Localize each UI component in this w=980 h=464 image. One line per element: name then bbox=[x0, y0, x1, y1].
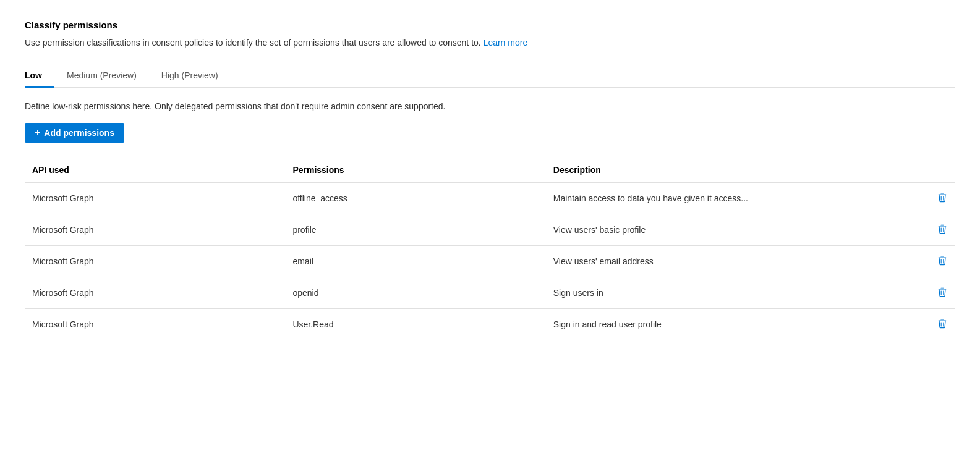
delete-button-3[interactable] bbox=[937, 286, 948, 300]
cell-permission-3: openid bbox=[285, 277, 545, 309]
table-row: Microsoft Graph openid Sign users in bbox=[25, 277, 955, 309]
cell-action-0 bbox=[918, 183, 955, 214]
cell-description-1: View users' basic profile bbox=[546, 214, 918, 246]
cell-description-4: Sign in and read user profile bbox=[546, 309, 918, 340]
trash-icon bbox=[937, 192, 948, 203]
svg-rect-3 bbox=[939, 226, 947, 227]
table-row: Microsoft Graph User.Read Sign in and re… bbox=[25, 309, 955, 340]
add-permissions-label: Add permissions bbox=[44, 128, 114, 138]
trash-icon bbox=[937, 286, 948, 297]
cell-action-2 bbox=[918, 246, 955, 277]
trash-icon bbox=[937, 223, 948, 234]
delete-button-1[interactable] bbox=[937, 223, 948, 237]
cell-description-2: View users' email address bbox=[546, 246, 918, 277]
cell-description-0: Maintain access to data you have given i… bbox=[546, 183, 918, 214]
plus-icon: + bbox=[35, 128, 40, 138]
col-header-description: Description bbox=[546, 160, 918, 183]
trash-icon bbox=[937, 318, 948, 329]
page-title: Classify permissions bbox=[25, 20, 955, 30]
section-description: Define low-risk permissions here. Only d… bbox=[25, 100, 955, 113]
tab-medium[interactable]: Medium (Preview) bbox=[67, 64, 149, 88]
tab-high[interactable]: High (Preview) bbox=[161, 64, 231, 88]
svg-rect-12 bbox=[939, 321, 947, 321]
table-row: Microsoft Graph email View users' email … bbox=[25, 246, 955, 277]
cell-action-1 bbox=[918, 214, 955, 246]
delete-button-0[interactable] bbox=[937, 192, 948, 205]
col-header-action bbox=[918, 160, 955, 183]
cell-api-1: Microsoft Graph bbox=[25, 214, 285, 246]
trash-icon bbox=[937, 255, 948, 266]
table-header-row: API used Permissions Description bbox=[25, 160, 955, 183]
cell-api-3: Microsoft Graph bbox=[25, 277, 285, 309]
cell-api-0: Microsoft Graph bbox=[25, 183, 285, 214]
cell-permission-1: profile bbox=[285, 214, 545, 246]
col-header-api: API used bbox=[25, 160, 285, 183]
cell-description-3: Sign users in bbox=[546, 277, 918, 309]
delete-button-4[interactable] bbox=[937, 318, 948, 331]
table-row: Microsoft Graph profile View users' basi… bbox=[25, 214, 955, 246]
cell-api-2: Microsoft Graph bbox=[25, 246, 285, 277]
description-text: Use permission classifications in consen… bbox=[25, 38, 481, 48]
cell-action-3 bbox=[918, 277, 955, 309]
col-header-permissions: Permissions bbox=[285, 160, 545, 183]
table-row: Microsoft Graph offline_access Maintain … bbox=[25, 183, 955, 214]
cell-permission-4: User.Read bbox=[285, 309, 545, 340]
cell-permission-0: offline_access bbox=[285, 183, 545, 214]
permissions-table: API used Permissions Description Microso… bbox=[25, 160, 955, 340]
cell-permission-2: email bbox=[285, 246, 545, 277]
svg-rect-0 bbox=[939, 195, 947, 195]
add-permissions-button[interactable]: + Add permissions bbox=[25, 123, 124, 143]
tab-bar: Low Medium (Preview) High (Preview) bbox=[25, 64, 955, 88]
cell-api-4: Microsoft Graph bbox=[25, 309, 285, 340]
svg-rect-9 bbox=[939, 289, 947, 290]
cell-action-4 bbox=[918, 309, 955, 340]
svg-rect-6 bbox=[939, 258, 947, 258]
learn-more-link[interactable]: Learn more bbox=[484, 38, 528, 48]
page-description: Use permission classifications in consen… bbox=[25, 36, 955, 49]
delete-button-2[interactable] bbox=[937, 255, 948, 268]
tab-low[interactable]: Low bbox=[25, 64, 54, 88]
